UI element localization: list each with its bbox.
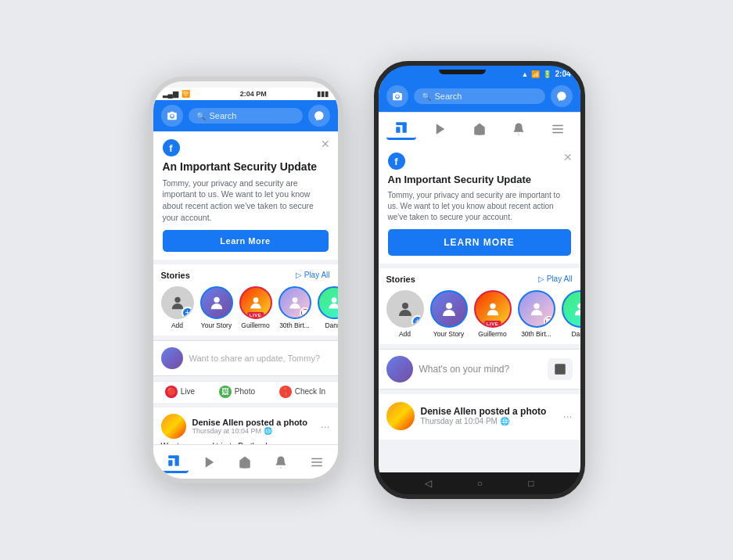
android-post-meta: Denise Allen posted a photo Thursday at … xyxy=(421,406,557,425)
add-story-plus: + xyxy=(181,307,194,319)
svg-rect-25 xyxy=(546,318,552,324)
live-badge: LIVE xyxy=(247,312,264,318)
android-recent-button[interactable]: □ xyxy=(528,478,534,489)
battery-status-icon: 🔋 xyxy=(543,70,552,78)
photo-icon: 🖼 xyxy=(219,386,232,398)
svg-point-3 xyxy=(292,297,297,303)
android-search-icon: 🔍 xyxy=(422,92,431,101)
android-camera-button[interactable] xyxy=(386,85,408,107)
post-actions-row: 🔴 Live 🖼 Photo 📍 Check In xyxy=(153,381,338,403)
checkin-action-button[interactable]: 📍 Check In xyxy=(279,386,325,398)
checkin-icon: 📍 xyxy=(279,386,292,398)
android-story-label-danni: Danni xyxy=(571,330,580,338)
nav-tab-notifications[interactable] xyxy=(266,452,296,472)
android-home-button[interactable]: ○ xyxy=(477,478,483,489)
android-photo-icon-box[interactable] xyxy=(548,358,573,380)
nav-tab-marketplace[interactable] xyxy=(230,452,260,472)
svg-rect-16 xyxy=(396,122,407,125)
svg-rect-9 xyxy=(169,455,180,458)
android-share-input[interactable]: What's on your mind? xyxy=(419,364,541,375)
share-input-placeholder[interactable]: Want to share an update, Tommy? xyxy=(189,354,330,363)
story-label-30th: 30th Birt... xyxy=(279,321,310,329)
svg-point-28 xyxy=(557,366,559,368)
close-notification-button[interactable]: ✕ xyxy=(321,138,330,150)
wifi-status-icon: ▲ xyxy=(522,70,529,78)
play-all-button[interactable]: ▷ Play All xyxy=(296,271,330,279)
android-back-button[interactable]: ◁ xyxy=(425,478,432,489)
iphone-fb-header: 🔍 Search xyxy=(153,100,338,131)
svg-point-2 xyxy=(253,297,258,303)
nav-tab-menu[interactable] xyxy=(302,452,332,472)
checkin-label: Check In xyxy=(295,387,325,396)
android-story-guillermo[interactable]: LIVE Guillermo xyxy=(474,290,512,338)
story-item-your-story[interactable]: Your Story xyxy=(200,286,233,329)
android-nav-notifications[interactable] xyxy=(504,119,534,139)
android-story-label-add: Add xyxy=(399,330,411,338)
nav-tab-watch[interactable] xyxy=(195,452,225,472)
iphone-device: ▂▄▆ 🛜 2:04 PM ▮▮▮ 🔍 Search xyxy=(149,77,343,483)
iphone-bottom-nav xyxy=(153,444,338,479)
android-nav-menu[interactable] xyxy=(543,119,573,139)
wifi-icon: 🛜 xyxy=(181,90,190,98)
svg-marker-17 xyxy=(436,124,444,135)
android-security-title: An Important Security Update xyxy=(388,174,571,186)
search-label: Search xyxy=(210,111,237,120)
live-action-button[interactable]: 🔴 Live xyxy=(165,386,195,398)
story-label-danni: Danni xyxy=(325,321,337,329)
story-label-guillermo: Guillermo xyxy=(241,321,269,329)
your-story-avatar xyxy=(200,286,233,319)
search-icon: 🔍 xyxy=(196,112,206,120)
android-learn-more-button[interactable]: LEARN MORE xyxy=(388,229,571,256)
learn-more-button[interactable]: Learn More xyxy=(163,230,329,252)
svg-rect-15 xyxy=(402,124,406,133)
post-meta: Denise Allen posted a photo Thursday at … xyxy=(192,418,314,435)
android-nav-home[interactable] xyxy=(386,117,416,140)
android-stories-section: Stories ▷ Play All + xyxy=(379,268,580,344)
globe-icon: 🌐 xyxy=(264,427,272,435)
story-label-add: Add xyxy=(171,321,183,329)
svg-rect-4 xyxy=(302,310,307,315)
stories-section: Stories ▷ Play All + xyxy=(153,264,338,336)
android-fb-header: 🔍 Search xyxy=(379,81,580,112)
android-nav-watch[interactable] xyxy=(426,119,455,139)
android-status-icons: ▲ 📶 🔋 2:04 xyxy=(522,70,571,78)
android-play-icon: ▷ xyxy=(538,275,544,283)
story-item-add[interactable]: + Add xyxy=(161,286,194,329)
battery-icon: ▮▮▮ xyxy=(317,90,329,98)
android-danni-avatar xyxy=(562,290,580,328)
android-content: f ✕ An Important Security Update Tommy, … xyxy=(379,145,580,472)
android-search-bar[interactable]: 🔍 Search xyxy=(414,88,545,104)
android-post-more[interactable]: ··· xyxy=(563,410,573,422)
photo-action-button[interactable]: 🖼 Photo xyxy=(219,386,255,398)
messenger-button[interactable] xyxy=(308,105,330,127)
svg-point-1 xyxy=(214,296,219,302)
svg-point-5 xyxy=(331,297,336,303)
story-item-30th[interactable]: 30th Birt... xyxy=(278,286,311,329)
android-messenger-button[interactable] xyxy=(551,85,573,107)
svg-rect-7 xyxy=(169,460,173,466)
security-card-title: An Important Security Update xyxy=(163,160,329,174)
android-time: 2:04 xyxy=(555,70,570,78)
android-story-add[interactable]: + Add xyxy=(386,290,424,338)
android-story-label-your-story: Your Story xyxy=(433,330,464,338)
android-play-all-button[interactable]: ▷ Play All xyxy=(538,275,573,283)
android-globe-icon: 🌐 xyxy=(500,417,509,425)
android-story-danni[interactable]: Danni xyxy=(562,290,580,338)
android-story-your-story[interactable]: Your Story xyxy=(430,290,468,338)
facebook-logo: f xyxy=(163,139,180,156)
iphone-search-bar[interactable]: 🔍 Search xyxy=(189,108,303,124)
post-more-button[interactable]: ··· xyxy=(321,420,330,433)
android-post-header: Denise Allen posted a photo Thursday at … xyxy=(386,402,573,430)
android-nav-marketplace[interactable] xyxy=(465,119,494,139)
android-story-30th[interactable]: 30th Birt... xyxy=(518,290,555,338)
story-item-danni[interactable]: Danni xyxy=(318,286,338,329)
live-label: Live xyxy=(181,387,195,396)
camera-button[interactable] xyxy=(161,105,183,127)
story-item-guillermo[interactable]: LIVE Guillermo xyxy=(239,286,272,329)
iphone-notch xyxy=(153,81,338,88)
android-close-button[interactable]: ✕ xyxy=(563,151,573,163)
android-stories-row: + Add Your Story xyxy=(386,290,573,338)
post-author-name: Denise Allen posted a photo xyxy=(192,418,314,427)
security-card-body: Tommy, your privacy and security are imp… xyxy=(163,178,329,224)
nav-tab-home[interactable] xyxy=(159,451,189,473)
